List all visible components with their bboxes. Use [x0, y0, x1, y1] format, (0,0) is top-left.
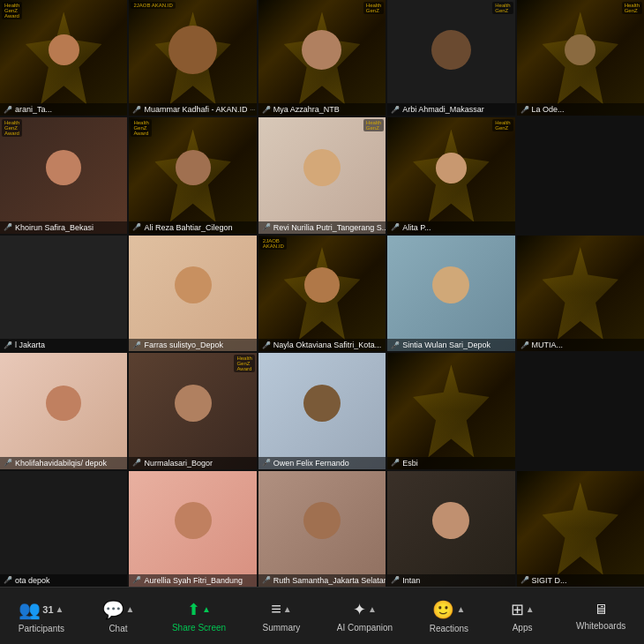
participant-name-18: 🎤 Esbi: [387, 457, 514, 469]
mic-icon: 🎤: [391, 459, 400, 467]
apps-icon: ⊞: [511, 600, 524, 619]
participant-name-20: 🎤 ota depok: [0, 574, 127, 587]
participant-name-10: 🎤 l Jakarta: [0, 339, 127, 351]
video-cell-9[interactable]: [517, 117, 644, 233]
share-screen-icon-row: ⬆ ▲: [187, 600, 211, 619]
participants-icon: 👥: [19, 599, 41, 620]
reactions-button[interactable]: 🙂 ▲ Reactions: [423, 595, 476, 637]
mic-icon: 🎤: [391, 223, 400, 231]
video-cell-11[interactable]: 🎤 Farras sulistyo_Depok: [129, 236, 256, 351]
summary-label: Summary: [263, 623, 301, 633]
participant-name-5: 🎤 Khoirun Safira_Bekasi: [0, 221, 127, 234]
video-cell-4[interactable]: HealthGenZ 🎤 La Ode...: [517, 0, 644, 116]
summary-button[interactable]: ≡ ▲ Summary: [256, 595, 308, 636]
share-screen-icon: ⬆: [187, 600, 200, 619]
video-cell-20[interactable]: 🎤 ota depok: [0, 471, 127, 587]
video-cell-23[interactable]: 🎤 Intan: [387, 471, 514, 587]
video-cell-22[interactable]: 🎤 Ruth Samantha_Jakarta Selatan: [258, 471, 386, 587]
video-cell-19[interactable]: [517, 353, 644, 468]
video-cell-5[interactable]: HealthGenZAward 🎤 Khoirun Safira_Bekasi: [0, 117, 127, 233]
mic-icon: 🎤: [4, 576, 12, 584]
face-area: [129, 236, 256, 335]
apps-icon-row: ⊞ ▲: [511, 600, 535, 619]
video-cell-15[interactable]: 🎤 Kholifahavidabilqis/ depok: [0, 353, 127, 468]
reactions-icon: 🙂: [432, 599, 454, 620]
video-cell-8[interactable]: HealthGenZ 🎤 Alita P...: [387, 117, 514, 233]
participants-button[interactable]: 👥 31 ▲ Participants: [11, 595, 71, 637]
participant-name-3: 🎤 Arbi Ahmadi_Makassar: [387, 103, 514, 116]
video-cell-10[interactable]: 🎤 l Jakarta: [0, 236, 127, 351]
mic-icon: 🎤: [262, 459, 271, 467]
video-cell-17[interactable]: 🎤 Owen Felix Fernando: [258, 353, 386, 468]
summary-icon-row: ≡ ▲: [271, 599, 292, 619]
face-area: [258, 117, 386, 217]
video-cell-2[interactable]: HealthGenZ 🎤 Mya Azzahra_NTB: [258, 0, 386, 116]
video-cell-7[interactable]: HealthGenZ 🎤 Revi Nurilia Putri_Tangeran…: [258, 117, 386, 233]
participant-name-7: 🎤 Revi Nurilia Putri_Tangerang S...: [258, 221, 386, 234]
mic-icon: 🎤: [132, 106, 141, 114]
participant-name-12: 🎤 Nayla Oktaviana Safitri_Kota...: [258, 339, 386, 351]
reactions-label: Reactions: [430, 624, 468, 633]
mic-icon: 🎤: [391, 576, 400, 584]
mic-icon: 🎤: [132, 223, 141, 231]
share-screen-label: Share Screen: [172, 623, 226, 633]
video-cell-0[interactable]: HealthGenZAward 🎤 arani_Ta...: [0, 0, 127, 116]
face-area: [258, 471, 386, 571]
face-area: [129, 0, 256, 100]
participant-name-22: 🎤 Ruth Samantha_Jakarta Selatan: [258, 574, 386, 587]
summary-icon: ≡: [271, 599, 281, 619]
video-cell-14[interactable]: 🎤 MUTIA...: [517, 236, 644, 351]
face-area: [129, 117, 256, 217]
ai-companion-label: AI Companion: [337, 623, 393, 633]
participants-icon-row: 👥 31 ▲: [19, 599, 64, 620]
apps-label: Apps: [513, 623, 533, 633]
face-area: [0, 353, 127, 453]
chat-chevron-icon: ▲: [126, 604, 135, 614]
participants-label: Participants: [19, 624, 64, 633]
chat-button[interactable]: 💬 ▲ Chat: [94, 595, 142, 637]
face-area: [387, 236, 514, 335]
ai-companion-icon-row: ✦ ▲: [353, 600, 377, 619]
face-area: [387, 471, 514, 571]
participant-name-15: 🎤 Kholifahavidabilqis/ depok: [0, 457, 127, 469]
mic-icon: 🎤: [132, 576, 141, 584]
participant-name-0: 🎤 arani_Ta...: [0, 103, 127, 116]
video-cell-21[interactable]: 🎤 Aurellia Syah Fitri_Bandung: [129, 471, 256, 587]
participants-count: 31: [42, 604, 53, 615]
video-cell-16[interactable]: HealthGenZAward 🎤 Nurmalasari_Bogor: [129, 353, 256, 468]
mic-icon: 🎤: [262, 341, 271, 349]
video-cell-1[interactable]: 2JAOB AKAN.ID 🎤 Muammar Kadhafi - AKAN.I…: [129, 0, 256, 116]
face-area: [258, 0, 386, 100]
mic-icon: 🎤: [132, 341, 141, 349]
video-cell-3[interactable]: HealthGenZ 🎤 Arbi Ahmadi_Makassar: [387, 0, 514, 116]
face-area: [0, 117, 127, 217]
mic-icon: 🎤: [4, 223, 12, 231]
participant-name-2: 🎤 Mya Azzahra_NTB: [258, 103, 386, 116]
whiteboards-icon-row: 🖥: [594, 602, 608, 618]
mic-icon: 🎤: [262, 106, 271, 114]
face-area: [517, 0, 644, 100]
reactions-chevron-icon: ▲: [456, 604, 465, 614]
participant-name-17: 🎤 Owen Felix Fernando: [258, 457, 386, 469]
apps-button[interactable]: ⊞ ▲ Apps: [498, 596, 547, 636]
face-area: [387, 117, 514, 217]
participant-name-13: 🎤 Sintia Wulan Sari_Depok: [387, 339, 514, 351]
video-cell-24[interactable]: 🎤 SIGIT D...: [517, 471, 644, 587]
participant-name-21: 🎤 Aurellia Syah Fitri_Bandung: [129, 574, 256, 587]
video-cell-6[interactable]: HealthGenZAward 🎤 Ali Reza Bahtiar_Cileg…: [129, 117, 256, 233]
summary-chevron-icon: ▲: [283, 604, 292, 614]
video-cell-18[interactable]: 🎤 Esbi: [387, 353, 514, 468]
share-screen-chevron-icon: ▲: [202, 604, 211, 614]
mic-icon: 🎤: [520, 576, 529, 584]
video-cell-13[interactable]: 🎤 Sintia Wulan Sari_Depok: [387, 236, 514, 351]
face-area: [129, 353, 256, 453]
mic-icon: 🎤: [4, 341, 12, 349]
whiteboards-button[interactable]: 🖥 Whiteboards: [569, 598, 633, 634]
video-cell-12[interactable]: 2JAOBAKAN.ID 🎤 Nayla Oktaviana Safitri_K…: [258, 236, 386, 351]
mic-icon: 🎤: [520, 106, 529, 114]
share-screen-button[interactable]: ⬆ ▲ Share Screen: [165, 596, 233, 636]
participant-name-8: 🎤 Alita P...: [387, 221, 514, 234]
chat-icon-row: 💬 ▲: [102, 599, 135, 620]
ai-companion-button[interactable]: ✦ ▲ AI Companion: [330, 596, 400, 636]
video-grid: HealthGenZAward 🎤 arani_Ta... 2JAOB AKAN…: [0, 0, 644, 587]
